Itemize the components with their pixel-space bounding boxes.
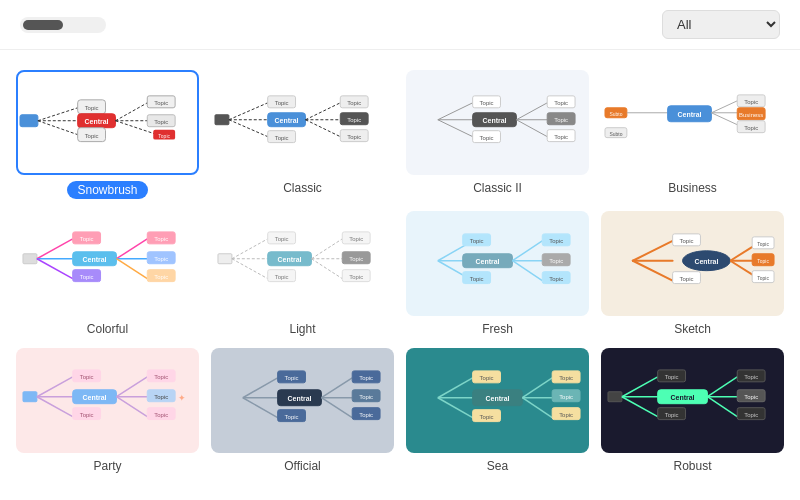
template-thumb-robust: Topic Central Topic Topic Topic Topic	[601, 348, 784, 453]
svg-text:Topic: Topic	[154, 100, 168, 106]
template-item-light[interactable]: Topic Central Topic Topic Topic Topic Li…	[211, 211, 394, 336]
svg-text:Central: Central	[278, 256, 302, 263]
svg-line-49	[516, 120, 547, 137]
svg-line-3	[38, 121, 78, 135]
svg-line-94	[232, 259, 268, 279]
svg-text:Topic: Topic	[347, 133, 361, 139]
svg-line-75	[37, 259, 73, 279]
svg-text:Business: Business	[739, 112, 763, 118]
svg-line-147	[37, 377, 73, 397]
svg-text:Topic: Topic	[665, 411, 679, 417]
svg-text:Topic: Topic	[285, 375, 299, 381]
template-item-snowbrush[interactable]: Topic Central Topic Topic Topic Topic Sn…	[16, 70, 199, 199]
svg-line-193	[522, 378, 552, 398]
template-label-fresh: Fresh	[482, 322, 513, 336]
svg-line-184	[438, 378, 473, 398]
svg-text:Topic: Topic	[80, 411, 94, 417]
tab-library[interactable]	[63, 20, 103, 30]
svg-text:Topic: Topic	[285, 413, 299, 419]
template-label-official: Official	[284, 459, 320, 473]
svg-text:Topic: Topic	[480, 100, 494, 106]
svg-text:Subto: Subto	[609, 131, 622, 136]
template-item-classic[interactable]: Topic Central Topic Topic Topic Topic Cl…	[211, 70, 394, 199]
svg-text:Topic: Topic	[554, 117, 568, 123]
svg-text:Topic: Topic	[347, 100, 361, 106]
svg-text:Topic: Topic	[349, 273, 363, 279]
svg-text:Topic: Topic	[480, 375, 494, 381]
svg-text:Central: Central	[678, 111, 702, 118]
template-item-robust[interactable]: Topic Central Topic Topic Topic Topic Ro…	[601, 348, 784, 473]
template-item-sketch[interactable]: Topic Central Topic Topic Topic Topic Sk…	[601, 211, 784, 336]
svg-line-195	[522, 398, 552, 418]
svg-line-121	[512, 261, 542, 281]
svg-line-203	[622, 377, 658, 397]
svg-line-177	[321, 398, 352, 418]
svg-text:Central: Central	[476, 258, 500, 265]
svg-text:Topic: Topic	[744, 374, 758, 380]
svg-text:Topic: Topic	[744, 99, 758, 105]
svg-line-156	[116, 377, 147, 397]
template-thumb-sketch: Topic Central Topic Topic Topic Topic	[601, 211, 784, 316]
svg-line-38	[438, 103, 473, 120]
svg-text:Topic: Topic	[85, 132, 99, 138]
svg-text:Topic: Topic	[680, 238, 694, 244]
svg-text:Central: Central	[288, 395, 312, 402]
svg-text:Topic: Topic	[744, 124, 758, 130]
svg-text:Topic: Topic	[275, 134, 289, 140]
filter-select[interactable]: All Mindmap Flowchart Org Chart	[662, 10, 780, 39]
svg-line-205	[622, 397, 658, 417]
svg-text:Topic: Topic	[349, 236, 363, 242]
svg-text:Topic: Topic	[549, 275, 563, 281]
template-label-business: Business	[668, 181, 717, 195]
tab-group	[20, 17, 106, 33]
svg-line-158	[116, 397, 147, 417]
template-item-sea[interactable]: Topic Central Topic Topic Topic Topic Se…	[406, 348, 589, 473]
svg-text:Topic: Topic	[480, 413, 494, 419]
svg-text:Subto: Subto	[609, 112, 622, 117]
svg-text:Central: Central	[275, 117, 299, 124]
svg-text:Topic: Topic	[154, 374, 168, 380]
svg-line-22	[229, 120, 268, 137]
svg-line-175	[321, 378, 352, 398]
svg-rect-19	[215, 115, 229, 125]
svg-text:Topic: Topic	[757, 259, 769, 264]
svg-text:Central: Central	[83, 394, 107, 401]
svg-rect-0	[20, 115, 38, 127]
svg-line-149	[37, 397, 73, 417]
svg-line-29	[305, 103, 340, 120]
template-item-official[interactable]: Topic Central Topic Topic Topic Topic Of…	[211, 348, 394, 473]
template-thumb-classic2: Topic Central Topic Topic Topic Topic	[406, 70, 589, 175]
template-label-party: Party	[93, 459, 121, 473]
template-item-classic2[interactable]: Topic Central Topic Topic Topic Topic Cl…	[406, 70, 589, 199]
svg-line-20	[229, 103, 268, 120]
svg-text:Topic: Topic	[85, 105, 99, 111]
template-thumb-light: Topic Central Topic Topic Topic Topic	[211, 211, 394, 316]
svg-rect-72	[23, 254, 37, 264]
template-item-party[interactable]: Topic Central Topic Topic Topic Topic ✦ …	[16, 348, 199, 473]
template-thumb-business: Subto Central Topic Business Topic Subto	[601, 70, 784, 175]
template-item-colorful[interactable]: Topic Central Topic Topic Topic Topic Co…	[16, 211, 199, 336]
svg-text:Central: Central	[483, 117, 507, 124]
template-label-classic2: Classic II	[473, 181, 522, 195]
template-thumb-colorful: Topic Central Topic Topic Topic Topic	[16, 211, 199, 316]
svg-text:Topic: Topic	[559, 394, 573, 400]
svg-line-212	[707, 377, 737, 397]
svg-text:Topic: Topic	[559, 411, 573, 417]
svg-text:Central: Central	[694, 258, 718, 265]
svg-text:Topic: Topic	[470, 238, 484, 244]
template-item-fresh[interactable]: Topic Central Topic Topic Topic Topic Fr…	[406, 211, 589, 336]
svg-rect-91	[218, 254, 232, 264]
svg-text:Topic: Topic	[80, 374, 94, 380]
svg-text:Topic: Topic	[275, 236, 289, 242]
svg-line-82	[116, 239, 147, 259]
svg-text:Topic: Topic	[347, 117, 361, 123]
svg-text:Topic: Topic	[154, 236, 168, 242]
svg-text:Topic: Topic	[154, 394, 168, 400]
tab-new[interactable]	[23, 20, 63, 30]
svg-text:Topic: Topic	[275, 273, 289, 279]
svg-text:Central: Central	[486, 395, 510, 402]
template-label-light: Light	[289, 322, 315, 336]
app-header: All Mindmap Flowchart Org Chart	[0, 0, 800, 50]
template-item-business[interactable]: Subto Central Topic Business Topic Subto…	[601, 70, 784, 199]
svg-line-92	[232, 239, 268, 259]
